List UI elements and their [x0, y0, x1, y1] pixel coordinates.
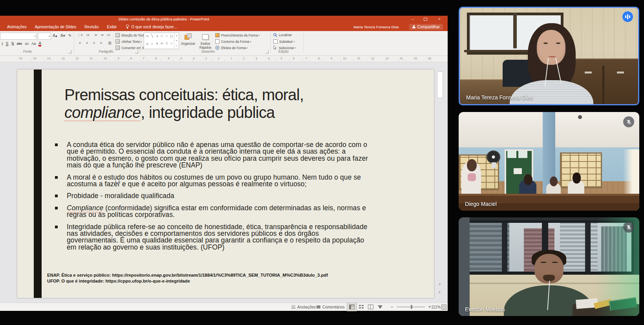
increase-font-button[interactable]: A▴	[53, 33, 57, 38]
minimize-button[interactable]: –	[408, 17, 418, 22]
fonte-dialog-launcher[interactable]	[68, 50, 71, 53]
font-style-button[interactable]: I	[2, 42, 3, 46]
align-right-button[interactable]: ≡	[91, 40, 97, 46]
restore-button[interactable]	[420, 17, 430, 22]
close-button[interactable]: ×	[434, 17, 445, 22]
font-size-combo[interactable]: ▾	[38, 33, 51, 40]
zoom-out-button[interactable]: −	[390, 304, 394, 310]
scrollbar-thumb[interactable]	[437, 72, 443, 98]
participant-tile-diego[interactable]: Diego Maciel	[459, 112, 639, 211]
shape-icon[interactable]: ╲	[150, 33, 154, 41]
align-left-button[interactable]: ≡	[77, 40, 83, 46]
participant-tile-everton[interactable]: Everton Moebus	[459, 217, 639, 316]
person-icon	[412, 25, 415, 28]
zoom-slider[interactable]	[397, 307, 425, 307]
slideshow-view-button[interactable]	[375, 303, 385, 311]
comments-toggle[interactable]: Comentários	[317, 303, 345, 311]
bullet-list-button[interactable]: ⋮≡	[77, 33, 83, 38]
increase-indent-button[interactable]: ⇥	[99, 33, 105, 38]
clear-format-icon[interactable]: ✎	[68, 33, 71, 38]
vertical-scrollbar[interactable]: « «	[437, 64, 443, 300]
lightbulb-icon	[126, 24, 129, 29]
ruler-number: 3	[255, 57, 257, 61]
decrease-indent-button[interactable]: ⇤	[93, 33, 99, 38]
replace-button[interactable]: Substituir ▾	[273, 39, 295, 44]
quick-styles-button[interactable]: Estilos Rápidos	[197, 33, 214, 49]
footnote-enap: ENAP. Ética e serviço público: https://r…	[47, 273, 401, 277]
line-spacing-button[interactable]: ↕≡	[105, 33, 111, 38]
ribbon-tab[interactable]: Apresentação de Slides	[33, 24, 77, 30]
zoom-level[interactable]: 111%	[431, 303, 441, 311]
title-bar[interactable]: Slides comissão de ética pública-palestr…	[0, 16, 448, 22]
shape-icon[interactable]: ⇨	[159, 41, 164, 48]
share-button[interactable]: Compartilhar	[409, 24, 443, 30]
shape-outline-button[interactable]: Contorno da Forma ▾	[215, 39, 251, 44]
align-text-icon	[115, 39, 120, 44]
slide-sorter-icon	[359, 305, 364, 309]
text-direction-button[interactable]: Direção do Texto ▾	[115, 33, 148, 37]
font-style-button[interactable]: AV	[25, 42, 29, 46]
account-name[interactable]: Maria Tereza Fonseca Dias	[353, 25, 399, 29]
tell-me-box[interactable]: O que você deseja fazer...	[126, 24, 177, 29]
reading-view-icon	[368, 305, 373, 309]
find-button[interactable]: Localizar	[273, 33, 292, 37]
shape-icon[interactable]: □	[159, 33, 164, 41]
ribbon-tab[interactable]: Revisão	[83, 24, 100, 30]
next-slide-button[interactable]: «	[437, 289, 443, 295]
bullet-marker	[55, 224, 67, 251]
columns-button[interactable]: ▥	[107, 40, 113, 46]
slide-canvas[interactable]: Premissas conceituais: ética, moral, com…	[17, 70, 434, 298]
speaking-indicator-icon	[622, 11, 633, 22]
shape-icon[interactable]: ⇩	[164, 41, 169, 48]
shape-icon[interactable]: ▭	[145, 33, 150, 41]
slide-bullets[interactable]: A conduta ética do servidor público não …	[55, 141, 371, 256]
font-style-button[interactable]: abc	[17, 42, 22, 46]
ruler-number: 15	[413, 57, 417, 61]
align-text-button[interactable]: Alinhar Texto ▾	[115, 39, 142, 44]
shape-icon[interactable]: ☆	[169, 41, 174, 48]
organize-button[interactable]: Organizar	[180, 33, 196, 49]
paragrafo-dialog-launcher[interactable]	[135, 50, 138, 53]
shape-icon[interactable]: ↘	[155, 33, 159, 41]
ruler-number: 10	[104, 57, 107, 61]
shape-fill-icon	[215, 33, 220, 37]
font-style-buttons[interactable]: ISSabcAVAaA	[2, 40, 44, 47]
slide-title[interactable]: Premissas conceituais: ética, moral, com…	[64, 86, 410, 121]
numbered-list-button[interactable]: ⁝≡	[85, 33, 91, 38]
ruler-number: 9	[118, 57, 119, 61]
justify-button[interactable]: ≡	[98, 40, 104, 46]
zoom-slider-thumb[interactable]	[411, 305, 412, 309]
shape-icon[interactable]: ○	[164, 33, 169, 41]
shape-icon[interactable]: ↳	[155, 41, 159, 48]
shapes-scroll-buttons[interactable]: ▲▼≡	[174, 33, 179, 49]
decrease-font-button[interactable]: A▾	[60, 33, 65, 38]
shape-icon[interactable]: ▢	[169, 33, 174, 41]
ruler-number: 5	[168, 57, 169, 61]
font-style-button[interactable]: S	[11, 41, 14, 46]
shape-icon[interactable]: △	[145, 41, 150, 48]
ribbon-tab[interactable]: Exibir	[106, 24, 118, 30]
shape-fill-button[interactable]: Preenchimento da Forma ▾	[215, 33, 260, 37]
align-center-button[interactable]: ≡	[84, 40, 90, 46]
font-style-button[interactable]: A	[38, 41, 41, 46]
fit-slide-button[interactable]	[441, 303, 446, 311]
shape-icon[interactable]: ʟ	[150, 41, 154, 48]
person-head	[550, 176, 557, 186]
ruler-number: 2	[243, 57, 245, 61]
participant-tile-maria[interactable]: Maria Tereza Fonseca Dias	[459, 7, 639, 105]
slide-sorter-view-button[interactable]	[357, 303, 366, 311]
shapes-gallery[interactable]: ▭╲↘□○▢△ʟ↳⇨⇩☆ ▲▼≡	[144, 33, 179, 49]
normal-view-button[interactable]	[347, 303, 357, 311]
slide-title-line2: compliance, integridade pública	[64, 104, 410, 121]
previous-slide-button[interactable]: «	[437, 281, 443, 287]
reading-view-button[interactable]	[366, 303, 375, 311]
font-style-button[interactable]: S	[6, 41, 9, 46]
ribbon-tab[interactable]: Animações	[6, 24, 27, 30]
ruler-number: 4	[268, 57, 269, 61]
slide-title-line1: Premissas conceituais: ética, moral,	[64, 86, 410, 104]
font-name-combo[interactable]: ▾	[0, 33, 37, 40]
font-style-button[interactable]: Aa	[31, 42, 36, 46]
wall-fan	[487, 151, 500, 163]
door-sign	[514, 168, 522, 174]
notes-toggle[interactable]: Anotações	[291, 303, 316, 311]
